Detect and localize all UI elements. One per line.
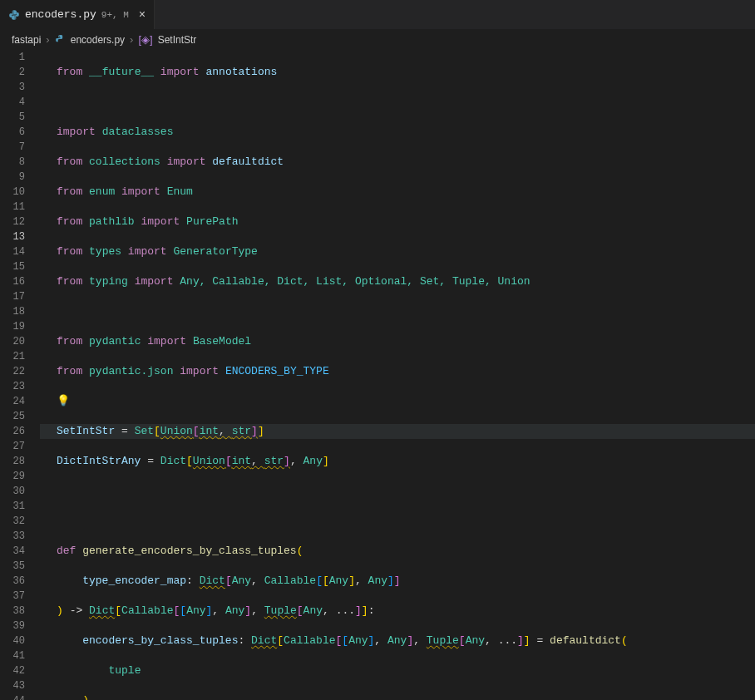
line-number: 44 (0, 693, 37, 700)
line-number: 36 (0, 574, 37, 589)
line-number: 8 (0, 155, 37, 170)
tab-bar: encoders.py 9+, M × (0, 0, 755, 29)
line-number: 37 (0, 589, 37, 604)
line-number: 18 (0, 304, 37, 319)
line-number: 30 (0, 484, 37, 499)
tab-git-status: 9+, M (101, 10, 129, 20)
line-number: 39 (0, 619, 37, 633)
line-number: 29 (0, 469, 37, 484)
close-icon[interactable]: × (139, 8, 146, 22)
python-file-icon (55, 34, 66, 45)
line-number: 22 (0, 364, 37, 379)
line-number: 23 (0, 379, 37, 394)
line-gutter: 1234567891011121314151617181920212223242… (0, 50, 40, 700)
chevron-right-icon: › (130, 33, 133, 46)
line-number: 2 (0, 65, 37, 80)
breadcrumb-symbol[interactable]: SetIntStr (158, 34, 197, 46)
line-number: 25 (0, 409, 37, 424)
line-number: 32 (0, 514, 37, 529)
line-number: 15 (0, 259, 37, 274)
line-number: 21 (0, 349, 37, 364)
line-number: 27 (0, 439, 37, 454)
line-number: 5 (0, 110, 37, 125)
line-number: 7 (0, 140, 37, 155)
chevron-right-icon: › (46, 33, 49, 46)
line-number: 9 (0, 170, 37, 185)
lightbulb-icon[interactable]: 💡 (57, 395, 70, 407)
line-number: 34 (0, 544, 37, 559)
line-number: 24 (0, 394, 37, 409)
python-file-icon (8, 9, 20, 21)
line-number: 13 (0, 229, 37, 244)
line-number: 26 (0, 424, 37, 439)
line-number: 31 (0, 499, 37, 514)
line-number: 16 (0, 274, 37, 289)
line-number: 19 (0, 319, 37, 334)
line-number: 12 (0, 214, 37, 229)
line-number: 33 (0, 529, 37, 544)
line-number: 20 (0, 334, 37, 349)
breadcrumb-folder[interactable]: fastapi (12, 34, 41, 46)
line-number: 1 (0, 50, 37, 65)
line-number: 40 (0, 633, 37, 648)
line-number: 10 (0, 185, 37, 200)
tab-filename: encoders.py (25, 8, 96, 21)
line-number: 42 (0, 663, 37, 678)
tab-encoders[interactable]: encoders.py 9+, M × (0, 0, 155, 29)
line-number: 35 (0, 559, 37, 574)
line-number: 17 (0, 289, 37, 304)
line-number: 6 (0, 125, 37, 140)
line-number: 28 (0, 454, 37, 469)
code-area[interactable]: from __future__ import annotations impor… (40, 50, 755, 700)
line-number: 11 (0, 200, 37, 214)
line-number: 4 (0, 95, 37, 110)
symbol-variable-icon: [◈] (138, 33, 152, 46)
editor[interactable]: 1234567891011121314151617181920212223242… (0, 50, 755, 700)
breadcrumb-file[interactable]: encoders.py (71, 34, 125, 46)
line-number: 14 (0, 244, 37, 259)
line-number: 3 (0, 80, 37, 95)
breadcrumb: fastapi › encoders.py › [◈] SetIntStr (0, 29, 755, 50)
line-number: 38 (0, 604, 37, 619)
line-number: 41 (0, 648, 37, 663)
line-number: 43 (0, 678, 37, 693)
